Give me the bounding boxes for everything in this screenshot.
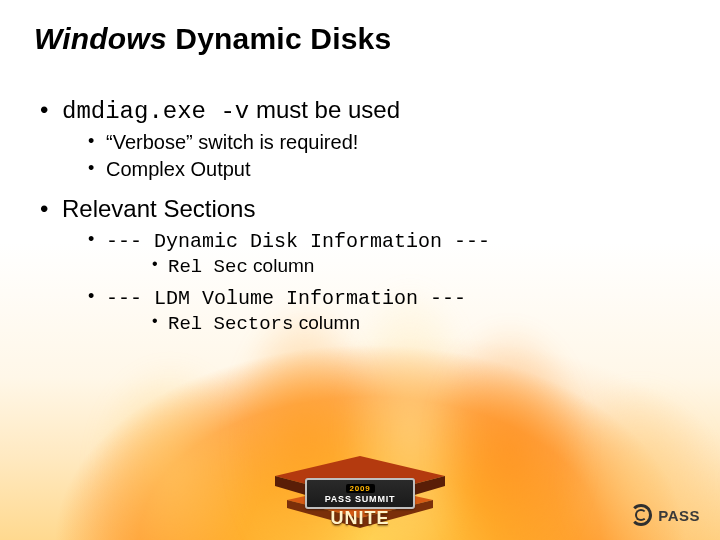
pass-logo: PASS xyxy=(630,504,700,526)
bullet-dmdiag: dmdiag.exe -v must be used “Verbose” swi… xyxy=(34,96,686,181)
sub-list: --- Dynamic Disk Information --- Rel Sec… xyxy=(62,229,686,335)
title-word-windows: Windows xyxy=(34,22,167,55)
pass-logo-text: PASS xyxy=(658,507,700,524)
badge-year: 2009 xyxy=(346,484,375,493)
text-column: column xyxy=(248,255,315,276)
code-dynamic-disk-info: --- Dynamic Disk Information --- xyxy=(106,230,490,253)
text-column: column xyxy=(293,312,360,333)
text-must-be-used: must be used xyxy=(249,96,400,123)
slide-content: Windows Dynamic Disks dmdiag.exe -v must… xyxy=(0,0,720,335)
code-rel-sec: Rel Sec xyxy=(168,256,248,278)
code-dmdiag: dmdiag.exe -v xyxy=(62,98,249,125)
sub-sub-list: Rel Sec column xyxy=(106,255,686,278)
badge-unite-text: UNITE xyxy=(331,508,390,529)
badge-summit-text: PASS SUMMIT xyxy=(325,494,396,504)
bullet-verbose: “Verbose” switch is required! xyxy=(62,131,686,154)
bullet-rel-sectors: Rel Sectors column xyxy=(106,312,686,335)
badge-banner: 2009 PASS SUMMIT xyxy=(305,478,415,509)
code-ldm-volume-info: --- LDM Volume Information --- xyxy=(106,287,466,310)
bullet-relevant-sections: Relevant Sections --- Dynamic Disk Infor… xyxy=(34,195,686,335)
code-rel-sectors: Rel Sectors xyxy=(168,313,293,335)
bullet-rel-sec: Rel Sec column xyxy=(106,255,686,278)
sub-sub-list: Rel Sectors column xyxy=(106,312,686,335)
bullet-ldm-volume-info: --- LDM Volume Information --- Rel Secto… xyxy=(62,286,686,335)
bullet-complex-output: Complex Output xyxy=(62,158,686,181)
conference-badge: 2009 PASS SUMMIT UNITE xyxy=(275,456,445,534)
bullet-list: dmdiag.exe -v must be used “Verbose” swi… xyxy=(34,96,686,335)
pass-logo-icon xyxy=(630,504,652,526)
bullet-dynamic-disk-info: --- Dynamic Disk Information --- Rel Sec… xyxy=(62,229,686,278)
sub-list: “Verbose” switch is required! Complex Ou… xyxy=(62,131,686,181)
text-relevant-sections: Relevant Sections xyxy=(62,195,255,222)
slide-title: Windows Dynamic Disks xyxy=(34,22,686,56)
title-rest: Dynamic Disks xyxy=(167,22,392,55)
